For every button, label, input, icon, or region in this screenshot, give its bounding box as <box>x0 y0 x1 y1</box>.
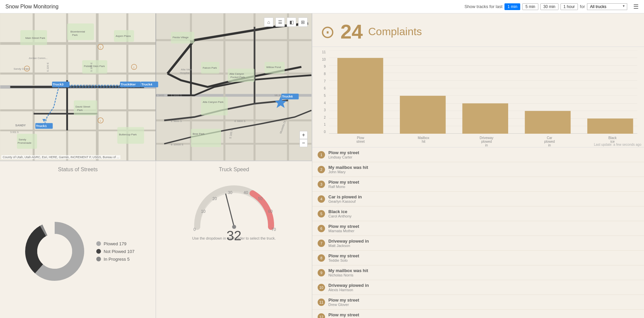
complaint-item-6[interactable]: 6 Plow my street Marnata Mother <box>312 221 644 236</box>
svg-text:Park: Park <box>77 109 83 112</box>
complaint-text-12: Plow my street Josefina Holloway <box>328 312 639 318</box>
svg-text:E 9400: E 9400 <box>156 94 164 97</box>
svg-text:Promenade: Promenade <box>17 141 32 144</box>
complaint-num-4: 4 <box>318 195 325 203</box>
svg-text:30: 30 <box>228 190 232 195</box>
bar-chart-svg <box>329 50 637 134</box>
grid-map-btn[interactable]: ⊞ <box>298 17 308 27</box>
svg-text:Willow Pond: Willow Pond <box>266 66 281 69</box>
svg-text:Truck9ter: Truck9ter <box>121 83 136 86</box>
chart-last-update: Last update: a few seconds ago <box>594 143 641 146</box>
svg-rect-38 <box>201 97 228 115</box>
complaint-item-3[interactable]: 3 Plow my street Ralf Mono <box>312 177 644 192</box>
complaint-title-4: Car is plowed in <box>328 194 639 199</box>
complaint-title-6: Plow my street <box>328 224 639 229</box>
legend: Plowed 179 Not Plowed 107 In Progress 5 <box>96 241 135 262</box>
complaint-num-7: 7 <box>318 240 325 247</box>
complaint-item-1[interactable]: 1 Plow my street Lindsay Carter <box>312 147 644 162</box>
complaint-item-4[interactable]: 4 Car is plowed in Gearlyn Kassouf <box>312 192 644 206</box>
y-label-5: 5 <box>324 94 326 98</box>
y-label-1: 1 <box>324 123 326 126</box>
track-btn-1hour[interactable]: 1 hour <box>560 3 578 10</box>
svg-text:60: 60 <box>268 209 273 214</box>
list-map-btn[interactable]: ☰ <box>275 17 285 27</box>
svg-text:70: 70 <box>271 227 276 232</box>
complaint-text-6: Plow my street Marnata Mother <box>328 224 639 233</box>
complaint-item-11[interactable]: 11 Plow my street Drew Glover <box>312 295 644 310</box>
speedometer-svg: 0 10 20 30 40 50 60 70 <box>187 177 281 234</box>
track-btn-1min[interactable]: 1 min <box>504 3 520 10</box>
complaint-title-9: My mailbox was hit <box>328 268 639 273</box>
svg-text:S 220 E: S 220 E <box>46 62 49 72</box>
svg-text:E 9800 S: E 9800 S <box>234 120 246 123</box>
complaint-item-9[interactable]: 9 My mailbox was hit Nicholas Norris <box>312 265 644 280</box>
y-label-8: 8 <box>324 72 326 76</box>
complaint-person-10: Alexis Harrison <box>328 288 639 292</box>
app-header: Snow Plow Monitoring Show tracks for las… <box>0 0 644 13</box>
svg-text:Hospital: Hospital <box>180 71 190 74</box>
map-area[interactable]: Main Street Park Bicentennial Park Pebbl… <box>0 13 312 161</box>
complaints-list[interactable]: 1 Plow my street Lindsay Carter 2 My mai… <box>312 147 644 318</box>
svg-text:Park: Park <box>72 34 77 37</box>
complaint-num-5: 5 <box>318 210 325 217</box>
complaint-person-3: Ralf Mono <box>328 185 639 189</box>
complaint-text-10: Driveway plowed in Alexis Harrison <box>328 283 639 292</box>
complaint-text-3: Plow my street Ralf Mono <box>328 180 639 189</box>
svg-text:0: 0 <box>193 227 196 232</box>
y-label-9: 9 <box>324 65 326 68</box>
complaint-item-5[interactable]: 5 Black ice Carol Anthony <box>312 206 644 221</box>
svg-text:Pebble Glen Park: Pebble Glen Park <box>84 65 105 68</box>
donut-chart <box>21 218 88 285</box>
plowed-dot <box>96 241 101 246</box>
speed-panel: Truck Speed 0 10 <box>156 161 312 318</box>
complaint-title-12: Plow my street <box>328 312 639 317</box>
menu-icon[interactable]: ☰ <box>633 3 639 10</box>
map-attribution: County of Utah, Utah AGRC, Esri, HERE, G… <box>1 155 120 159</box>
complaint-num-11: 11 <box>318 299 325 306</box>
svg-text:Pocket Park: Pocket Park <box>230 76 245 79</box>
svg-text:Bicentennial: Bicentennial <box>70 30 85 33</box>
svg-text:S 001 S: S 001 S <box>10 131 18 133</box>
complaint-person-8: Teddie Solo <box>328 258 639 262</box>
track-btn-5min[interactable]: 5 min <box>522 3 538 10</box>
complaints-panel: ⊙ 24 Complaints 0 1 2 3 4 5 6 7 8 9 10 1… <box>312 13 644 318</box>
complaint-text-7: Driveway plowed in Matt Jackson <box>328 239 639 248</box>
complaint-title-10: Driveway plowed in <box>328 283 639 288</box>
svg-text:E 10000 S: E 10000 S <box>171 143 183 146</box>
complaint-item-2[interactable]: 2 My mailbox was hit John Mary <box>312 162 644 177</box>
svg-text:Alta Canyon: Alta Canyon <box>229 72 244 75</box>
y-label-10: 10 <box>322 58 326 61</box>
svg-text:E 9400 S: E 9400 S <box>84 84 95 87</box>
zoom-out-btn[interactable]: − <box>300 139 308 147</box>
svg-text:SANDY: SANDY <box>15 124 25 127</box>
svg-text:S 300 E: S 300 E <box>90 62 93 72</box>
complaint-item-12[interactable]: 12 Plow my street Josefina Holloway <box>312 310 644 318</box>
complaint-title-5: Black ice <box>328 209 639 214</box>
y-label-7: 7 <box>324 79 326 83</box>
complaint-person-1: Lindsay Carter <box>328 155 639 159</box>
bar-label-2: Mailboxhit <box>413 136 434 147</box>
layers-map-btn[interactable]: ◧ <box>287 17 296 27</box>
svg-text:50: 50 <box>258 196 263 201</box>
complaint-label: Complaints <box>368 25 422 38</box>
complaint-item-10[interactable]: 10 Driveway plowed in Alexis Harrison <box>312 280 644 295</box>
legend-plowed: Plowed 179 <box>96 241 135 246</box>
zoom-in-btn[interactable]: + <box>300 131 308 139</box>
svg-text:E 9800 S: E 9800 S <box>171 120 182 123</box>
truck-select[interactable]: All trucks Truck1 Truck3 Truck4 Truck6 <box>587 3 627 10</box>
complaint-person-9: Nicholas Norris <box>328 273 639 277</box>
home-map-btn[interactable]: ⌂ <box>264 17 273 27</box>
svg-line-107 <box>226 194 234 227</box>
complaint-person-6: Marnata Mother <box>328 229 639 233</box>
complaint-item-8[interactable]: 8 Plow my street Teddie Solo <box>312 251 644 265</box>
legend-in-progress: In Progress 5 <box>96 257 135 262</box>
track-btn-30min[interactable]: 30 min <box>540 3 558 10</box>
svg-text:1: 1 <box>100 46 101 49</box>
svg-point-98 <box>37 234 72 269</box>
map-svg: Main Street Park Bicentennial Park Pebbl… <box>0 13 312 161</box>
complaint-num-2: 2 <box>318 166 325 173</box>
truck-select-wrap[interactable]: All trucks Truck1 Truck3 Truck4 Truck6 <box>587 3 627 10</box>
complaint-item-7[interactable]: 7 Driveway plowed in Matt Jackson <box>312 236 644 251</box>
svg-text:Alta Canyon Park: Alta Canyon Park <box>203 101 223 104</box>
complaint-person-4: Gearlyn Kassouf <box>328 199 639 203</box>
